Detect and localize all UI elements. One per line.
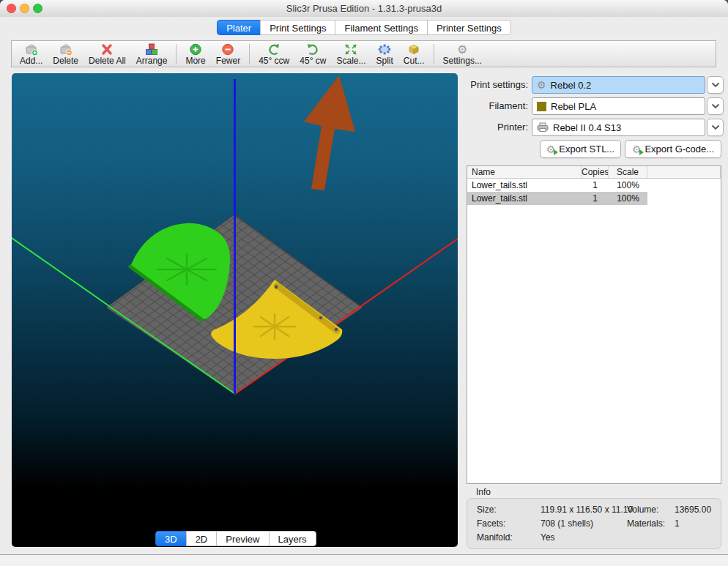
delete-box-icon (59, 42, 73, 56)
export-gear-icon: ⚙ (632, 144, 642, 154)
split-label: Split (376, 56, 393, 66)
delete-all-button[interactable]: Delete All (83, 42, 131, 67)
row-name: Lower_tails.stl (467, 179, 582, 192)
manifold-label: Manifold: (477, 532, 513, 543)
toolbar: Add... Delete Delete All Arrange More (11, 40, 716, 67)
print-settings-value: Rebel 0.2 (551, 80, 592, 91)
printer-label: Printer: (467, 119, 528, 136)
info-panel: Size: 119.91 x 116.50 x 11.10 Volume: 13… (467, 498, 721, 549)
add-box-icon (24, 42, 39, 56)
fewer-button[interactable]: Fewer (211, 42, 245, 67)
more-label: More (185, 56, 205, 66)
column-header-copies[interactable]: Copies (582, 166, 609, 179)
add-label: Add... (20, 56, 42, 66)
rotate-cw-label: 45° cw (300, 56, 326, 66)
materials-label: Materials: (627, 518, 665, 529)
filament-combo[interactable]: Rebel PLA (532, 97, 705, 115)
rotate-cw-button[interactable]: 45° cw (294, 42, 331, 67)
manifold-value: Yes (541, 532, 555, 543)
row-copies: 1 (582, 192, 609, 205)
row-filler (647, 192, 721, 205)
settings-button[interactable]: ⚙ Settings... (438, 42, 487, 67)
facets-value: 708 (1 shells) (541, 518, 593, 529)
view-tab-bar: 3D 2D Preview Layers (155, 531, 316, 547)
chevron-down-icon (711, 82, 720, 88)
filament-value: Rebel PLA (551, 101, 596, 112)
export-stl-button[interactable]: ⚙ Export STL... (540, 140, 621, 158)
volume-label: Volume: (627, 504, 658, 515)
materials-value: 1 (675, 518, 680, 529)
table-row[interactable]: Lower_tails.stl 1 100% (467, 192, 721, 205)
table-row[interactable]: Lower_tails.stl 1 100% (467, 179, 721, 192)
split-button[interactable]: Split (371, 42, 398, 67)
cut-label: Cut... (404, 56, 425, 66)
column-header-name[interactable]: Name (467, 166, 582, 179)
export-gcode-button[interactable]: ⚙ Export G-code... (625, 140, 721, 158)
scale-button[interactable]: Scale... (331, 42, 371, 67)
status-bar (0, 555, 728, 566)
delete-label: Delete (53, 56, 78, 66)
row-copies: 1 (582, 179, 609, 192)
view-tab-2d[interactable]: 2D (186, 531, 218, 546)
object-list-table[interactable]: Name Copies Scale Lower_tails.stl 1 100%… (467, 165, 721, 484)
tab-printer-settings[interactable]: Printer Settings (427, 20, 511, 35)
filament-dropdown-button[interactable] (707, 97, 724, 115)
printer-combo[interactable]: Rebel II 0.4 S13 (532, 119, 705, 136)
export-stl-label: Export STL... (559, 144, 614, 154)
more-button[interactable]: More (180, 42, 210, 67)
print-settings-label: Print settings: (467, 76, 528, 94)
print-settings-dropdown-button[interactable] (707, 76, 724, 94)
tab-filament-settings[interactable]: Filament Settings (335, 20, 427, 35)
rotate-cw-icon (305, 42, 320, 56)
orientation-arrow (304, 75, 355, 190)
add-button[interactable]: Add... (15, 42, 48, 67)
toolbar-separator (249, 44, 250, 64)
more-plus-icon (188, 42, 203, 56)
delete-all-x-icon (100, 42, 114, 56)
facets-label: Facets: (477, 518, 505, 529)
export-gcode-label: Export G-code... (645, 144, 714, 154)
gear-icon: ⚙ (457, 42, 467, 56)
export-gear-icon: ⚙ (546, 144, 556, 154)
size-value: 119.91 x 116.50 x 11.10 (541, 504, 633, 515)
printer-icon (537, 122, 549, 133)
row-filler (647, 179, 721, 192)
filament-label: Filament: (467, 97, 528, 115)
view-tab-layers[interactable]: Layers (269, 531, 316, 546)
toolbar-separator (176, 44, 177, 64)
table-header-row: Name Copies Scale (467, 166, 721, 179)
cut-cube-icon (406, 42, 421, 56)
title-bar: Slic3r Prusa Edition - 1.31.3-prusa3d (0, 0, 728, 17)
print-settings-combo[interactable]: ⚙ Rebel 0.2 (532, 76, 705, 94)
info-group-label: Info (476, 487, 491, 497)
chevron-down-icon (711, 124, 720, 130)
row-scale: 100% (609, 192, 647, 205)
chevron-down-icon (711, 103, 720, 109)
green-fin-star-emboss (157, 254, 216, 285)
cut-button[interactable]: Cut... (398, 42, 430, 67)
delete-button[interactable]: Delete (48, 42, 83, 67)
preset-gear-icon: ⚙ (537, 80, 546, 90)
view-tab-preview[interactable]: Preview (216, 531, 269, 546)
plater-3d-viewport[interactable] (12, 73, 458, 547)
printer-value: Rebel II 0.4 S13 (553, 122, 621, 133)
arrange-cubes-icon (144, 42, 159, 56)
size-label: Size: (477, 504, 497, 515)
main-tab-bar: Plater Print Settings Filament Settings … (0, 20, 728, 36)
tab-print-settings[interactable]: Print Settings (260, 20, 335, 35)
fewer-minus-icon (220, 42, 235, 56)
scene (12, 73, 458, 547)
arrange-button[interactable]: Arrange (131, 42, 173, 67)
rotate-ccw-button[interactable]: 45° ccw (253, 42, 294, 67)
column-header-scale[interactable]: Scale (609, 166, 647, 179)
tab-plater[interactable]: Plater (217, 20, 261, 35)
scale-arrows-icon (343, 42, 358, 56)
rotate-ccw-label: 45° ccw (259, 56, 289, 66)
app-window: Slic3r Prusa Edition - 1.31.3-prusa3d Pl… (0, 0, 728, 566)
printer-dropdown-button[interactable] (707, 119, 724, 136)
delete-all-label: Delete All (89, 56, 126, 66)
window-title: Slic3r Prusa Edition - 1.31.3-prusa3d (0, 0, 728, 17)
split-dots-icon (377, 42, 392, 56)
view-tab-3d[interactable]: 3D (155, 531, 187, 546)
volume-value: 13695.00 (675, 504, 711, 515)
